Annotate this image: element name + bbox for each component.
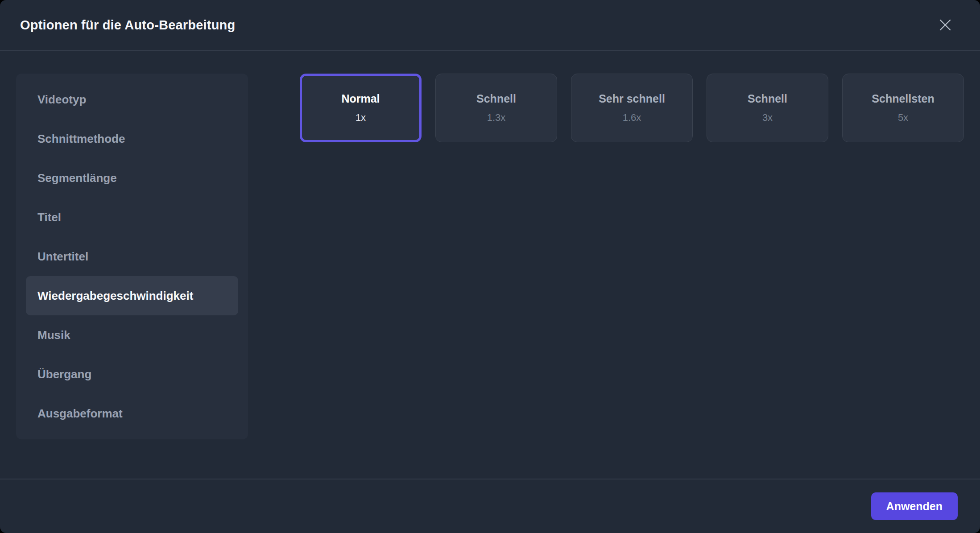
page-title: Optionen für die Auto-Bearbeitung	[20, 18, 235, 33]
speed-card-normal-1x[interactable]: Normal 1x	[300, 74, 422, 142]
sidebar-item-untertitel[interactable]: Untertitel	[26, 237, 238, 276]
speed-card-title: Schnell	[748, 92, 787, 105]
auto-edit-options-dialog: Optionen für die Auto-Bearbeitung Videot…	[0, 0, 980, 533]
dialog-body: Videotyp Schnittmethode Segmentlänge Tit…	[0, 51, 980, 479]
playback-speed-options: Normal 1x Schnell 1.3x Sehr schnell 1.6x…	[300, 74, 964, 142]
sidebar-item-ausgabeformat[interactable]: Ausgabeformat	[26, 394, 238, 433]
sidebar-item-musik[interactable]: Musik	[26, 315, 238, 355]
speed-card-schnellsten-5x[interactable]: Schnellsten 5x	[842, 74, 964, 142]
sidebar-item-wiedergabegeschwindigkeit[interactable]: Wiedergabegeschwindigkeit	[26, 276, 238, 315]
speed-card-title: Schnellsten	[872, 92, 934, 105]
dialog-footer: Anwenden	[0, 479, 980, 533]
speed-card-value: 1.3x	[487, 112, 506, 124]
sidebar-item-titel[interactable]: Titel	[26, 198, 238, 237]
settings-sidebar: Videotyp Schnittmethode Segmentlänge Tit…	[16, 74, 248, 439]
x-close-icon	[939, 18, 952, 32]
sidebar-item-segmentlaenge[interactable]: Segmentlänge	[26, 158, 238, 198]
sidebar-item-schnittmethode[interactable]: Schnittmethode	[26, 119, 238, 158]
speed-card-sehr-schnell-1-6x[interactable]: Sehr schnell 1.6x	[571, 74, 693, 142]
apply-button[interactable]: Anwenden	[871, 492, 958, 520]
speed-card-title: Sehr schnell	[599, 92, 665, 105]
speed-card-value: 3x	[762, 112, 773, 124]
dialog-header: Optionen für die Auto-Bearbeitung	[0, 0, 980, 51]
speed-card-title: Schnell	[476, 92, 516, 105]
speed-card-schnell-3x[interactable]: Schnell 3x	[707, 74, 828, 142]
speed-card-title: Normal	[341, 92, 380, 105]
speed-card-schnell-1-3x[interactable]: Schnell 1.3x	[435, 74, 557, 142]
close-button[interactable]	[935, 15, 955, 35]
speed-card-value: 5x	[898, 112, 908, 124]
sidebar-item-uebergang[interactable]: Übergang	[26, 355, 238, 394]
speed-card-value: 1.6x	[623, 112, 641, 124]
sidebar-item-videotyp[interactable]: Videotyp	[26, 80, 238, 119]
speed-card-value: 1x	[356, 112, 366, 124]
